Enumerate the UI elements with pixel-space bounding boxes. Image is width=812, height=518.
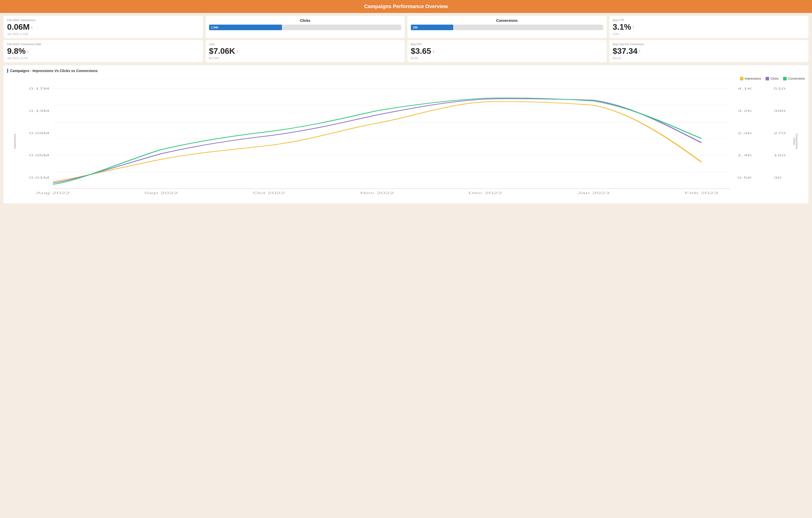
impressions-value: 0.06M ↓ [7,23,199,31]
svg-text:510: 510 [774,87,785,90]
svg-text:270: 270 [774,132,785,135]
avg-ctr-sub: 3.0% [613,32,805,35]
impressions-sub: Jan 2023: 0.11M [7,32,199,35]
svg-text:1.4K: 1.4K [737,154,752,157]
svg-text:30: 30 [774,176,782,179]
metrics-row-2: Feb 2023: Conversion Rate 9.8% ↓ Jan 202… [0,39,812,64]
legend-impressions: Impressions [740,77,761,81]
legend-conversions-label: Conversions [788,77,805,81]
chart-svg: 0.17M 0.13M 0.09M 0.05M 0.01M 4.1K 3.2K … [10,83,802,200]
avg-ctr-arrow: ↑ [632,25,634,30]
page-title: Campaigns Performance Overview [364,4,448,9]
metrics-row-1: Feb 2023: Impressions 0.06M ↓ Jan 2023: … [0,13,812,39]
impressions-arrow: ↓ [31,25,33,30]
conversion-rate-arrow: ↓ [27,49,29,54]
clicks-bar-label: 1.94K [211,26,219,29]
impressions-label: Feb 2023: Impressions [7,19,199,22]
conversions-bar-label: 189 [413,26,417,29]
svg-text:Dec 2022: Dec 2022 [468,191,502,195]
svg-text:Aug 2022: Aug 2022 [36,191,70,195]
svg-text:2.3K: 2.3K [737,132,752,135]
conversion-rate-card: Feb 2023: Conversion Rate 9.8% ↓ Jan 202… [4,40,203,62]
conversions-line [53,98,701,185]
cost-value: $7.06K ↓ [209,47,401,56]
svg-text:0.09M: 0.09M [29,132,49,135]
clicks-bar-container: 1.94K [209,25,401,30]
conversions-bar-container: 189 [411,25,603,30]
svg-text:Oct 2022: Oct 2022 [253,191,285,195]
clicks-card: Clicks 1.94K [206,16,405,38]
conversions-bar-fill: 189 [411,25,453,30]
svg-text:0.05M: 0.05M [29,154,49,157]
legend-clicks-dot [765,77,769,81]
legend-impressions-label: Impressions [745,77,761,81]
legend-clicks-label: Clicks [771,77,779,81]
page-header: Campaigns Performance Overview [0,0,812,13]
avg-cost-per-conversion-sub: $31.51 [613,57,805,60]
avg-cpc-value: $3.65 ↓ [411,47,603,56]
cost-card: Cost $7.06K ↓ $13.05K [206,40,405,62]
legend-clicks: Clicks [765,77,779,81]
svg-text:150: 150 [774,154,785,157]
avg-cpc-arrow: ↓ [432,49,434,54]
avg-cost-per-conversion-value: $37.34 ↑ [613,47,805,56]
page-wrapper: Campaigns Performance Overview Feb 2023:… [0,0,812,203]
svg-text:0.01M: 0.01M [29,176,49,179]
svg-text:0.17M: 0.17M [29,87,49,90]
avg-ctr-label: Avg CTR [613,19,805,22]
avg-ctr-value: 3.1% ↑ [613,23,805,31]
clicks-title: Clicks [209,19,401,23]
avg-cpc-sub: $3.88 [411,57,603,60]
legend-conversions-dot [783,77,787,81]
chart-section: Campaigns - Impressions Vs Clicks vs Con… [4,65,808,203]
impressions-card: Feb 2023: Impressions 0.06M ↓ Jan 2023: … [4,16,203,38]
svg-text:Sep 2022: Sep 2022 [144,191,178,195]
chart-container: Impressions Clicks Conversions 0.17M 0.1… [10,83,802,200]
clicks-line [53,99,701,183]
svg-text:0.5K: 0.5K [737,176,752,179]
conversions-card: Conversions 189 [407,16,607,38]
svg-text:390: 390 [774,110,785,113]
y-axis-label-impressions: Impressions [13,134,16,149]
avg-cost-per-conversion-card: Avg Cost Per Conversion $37.34 ↑ $31.51 [609,40,809,62]
avg-cost-per-conversion-label: Avg Cost Per Conversion [613,42,805,45]
conversion-rate-sub: Jan 2023: 12.3% [7,57,199,60]
conversion-rate-label: Feb 2023: Conversion Rate [7,42,199,45]
legend-impressions-dot [740,77,744,81]
cost-label: Cost [209,42,401,45]
y-axis-label-conversions-right: Conversions [795,134,798,149]
avg-cost-per-conversion-arrow: ↑ [638,49,641,54]
conversions-title: Conversions [411,19,603,23]
avg-ctr-card: Avg CTR 3.1% ↑ 3.0% [609,16,809,38]
avg-cpc-label: Avg CPC [411,42,603,45]
svg-text:3.2K: 3.2K [737,110,752,113]
clicks-bar-fill: 1.94K [209,25,282,30]
svg-text:0.13M: 0.13M [29,110,49,113]
legend-conversions: Conversions [783,77,805,81]
impressions-line [53,102,701,182]
cost-arrow: ↓ [236,49,238,54]
chart-legend: Impressions Clicks Conversions [7,77,805,81]
cost-sub: $13.05K [209,57,401,60]
svg-text:Nov 2022: Nov 2022 [360,191,394,195]
svg-text:4.1K: 4.1K [737,87,752,90]
avg-cpc-card: Avg CPC $3.65 ↓ $3.88 [407,40,607,62]
svg-text:Feb 2023: Feb 2023 [685,191,718,195]
chart-title: Campaigns - Impressions Vs Clicks vs Con… [7,69,805,73]
svg-text:Jan 2023: Jan 2023 [577,191,610,195]
conversion-rate-value: 9.8% ↓ [7,47,199,56]
